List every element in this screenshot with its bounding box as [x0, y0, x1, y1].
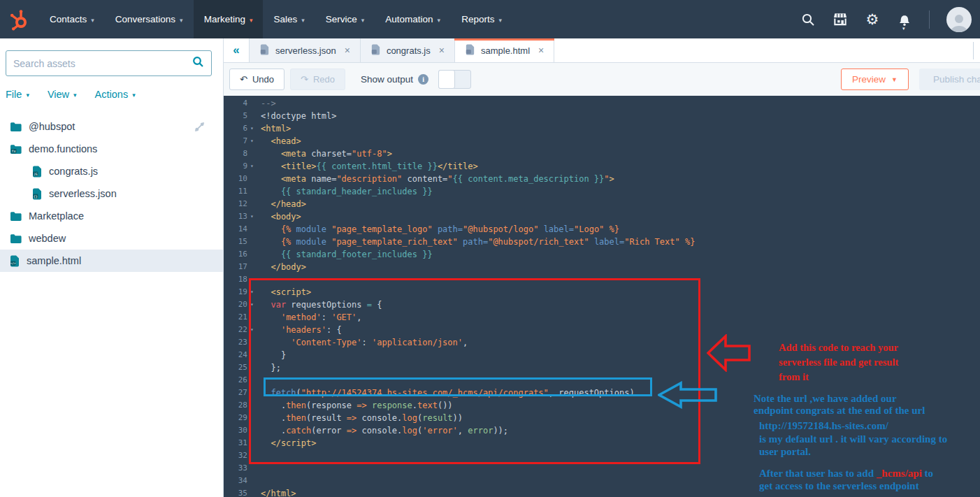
line-number: 18	[224, 273, 247, 286]
code-line: 19▾ <script>	[224, 286, 980, 298]
tab-serverless-json[interactable]: serverless.json×	[249, 38, 361, 62]
code-line: 29 .then(result => console.log(result))	[224, 412, 980, 424]
undo-button[interactable]: ↶ Undo	[229, 69, 284, 90]
collapse-sidebar-icon[interactable]: «	[224, 38, 249, 62]
folder-icon	[10, 122, 22, 132]
chevron-down-icon: ▼	[891, 76, 898, 83]
tree-item-serverless-json[interactable]: {}serverless.json	[0, 182, 223, 205]
show-output-toggle[interactable]	[438, 70, 471, 89]
fold-gutter	[247, 311, 257, 324]
fold-gutter	[247, 198, 257, 210]
line-number: 35	[224, 487, 247, 497]
code-line: 10 <meta name="description" content="{{ …	[224, 173, 980, 185]
code-line: 14 {% module "page_template_logo" path="…	[224, 223, 980, 236]
info-icon[interactable]: i	[418, 74, 428, 85]
line-number: 16	[224, 248, 247, 261]
nav-divider	[929, 10, 930, 29]
tab-sample-html[interactable]: sample.html×	[455, 38, 554, 62]
avatar[interactable]	[946, 7, 972, 32]
nav-item-label: Conversations	[115, 14, 175, 24]
tree-item-marketplace[interactable]: Marketplace	[0, 205, 223, 227]
close-icon[interactable]: ×	[535, 45, 544, 56]
nav-item-conversations[interactable]: Conversations▾	[105, 0, 194, 38]
file-js-icon: JS	[32, 166, 42, 178]
tree-item-demo-functions[interactable]: fxdemo.functions	[0, 138, 223, 160]
settings-icon[interactable]: ⚙	[865, 12, 880, 27]
code-editor[interactable]: 4-->5<!doctype html>6▾<html>7▾ <head>8 <…	[224, 96, 980, 497]
line-number: 31	[224, 437, 247, 449]
code-text: .then(result => console.log(result))	[261, 412, 463, 424]
tree-item-webdew[interactable]: webdew	[0, 227, 223, 250]
file-icon	[465, 44, 475, 57]
chevron-down-icon: ▾	[301, 15, 305, 24]
nav-item-service[interactable]: Service▾	[315, 0, 375, 38]
fold-gutter	[247, 387, 257, 399]
code-text: -->	[261, 97, 276, 110]
fold-arrow-icon: ▾	[247, 160, 257, 173]
line-number: 22	[224, 324, 247, 336]
marketplace-icon[interactable]	[833, 12, 848, 27]
fold-arrow-icon: ▾	[247, 135, 257, 147]
redo-button[interactable]: ↷ Redo	[290, 69, 345, 90]
file-icon	[370, 44, 381, 57]
line-number: 14	[224, 223, 247, 236]
fold-arrow-icon: ▾	[247, 324, 257, 336]
tab-congrats-js[interactable]: congrats.js×	[361, 38, 455, 62]
code-line: 18	[224, 273, 980, 286]
code-line: 21 'method': 'GET',	[224, 311, 980, 324]
line-number: 5	[224, 110, 247, 122]
code-line: 12 </head>	[224, 198, 980, 210]
menu-view[interactable]: View▾	[48, 89, 77, 100]
chevron-down-icon: ▾	[73, 90, 77, 99]
code-text: </head>	[261, 198, 306, 210]
line-number: 15	[224, 236, 247, 248]
line-number: 17	[224, 261, 247, 273]
tree-item-label: Marketplace	[29, 210, 84, 222]
preview-button[interactable]: Preview ▼	[841, 69, 909, 90]
nav-item-automation[interactable]: Automation▾	[375, 0, 451, 38]
file-json-icon: {}	[32, 188, 42, 200]
tree-item-sample-html[interactable]: </>sample.html	[0, 250, 223, 272]
nav-item-contacts[interactable]: Contacts▾	[39, 0, 105, 38]
code-line: 22▾ 'headers': {	[224, 324, 980, 336]
line-number: 10	[224, 173, 247, 185]
code-text: <!doctype html>	[261, 110, 336, 122]
hubspot-logo[interactable]	[0, 0, 39, 38]
fold-arrow-icon: ▾	[247, 122, 257, 135]
tab-label: congrats.js	[387, 45, 431, 56]
line-number: 6	[224, 122, 247, 135]
close-icon[interactable]: ×	[436, 45, 445, 56]
search-icon[interactable]	[192, 56, 211, 71]
code-line: 34	[224, 475, 980, 487]
nav-item-sales[interactable]: Sales▾	[263, 0, 315, 38]
tree-item-congrats-js[interactable]: JScongrats.js	[0, 160, 223, 182]
fold-gutter	[247, 97, 257, 110]
menu-actions[interactable]: Actions▾	[95, 89, 136, 100]
code-line: 31 </script>	[224, 437, 980, 449]
close-icon[interactable]: ×	[342, 45, 350, 56]
publish-changes-button[interactable]: Publish changes	[919, 69, 980, 90]
nav-item-label: Marketing	[204, 14, 245, 24]
line-number: 26	[224, 374, 247, 387]
line-number: 8	[224, 147, 247, 160]
folder-icon	[10, 211, 22, 222]
no-edit-icon	[193, 120, 206, 134]
search-icon[interactable]	[800, 12, 816, 27]
tabbar-divider	[973, 42, 974, 59]
code-line: 28 .then(response => response.text())	[224, 399, 980, 412]
code-line: 17 </body>	[224, 261, 980, 273]
nav-item-reports[interactable]: Reports▾	[451, 0, 512, 38]
tree-item--hubspot[interactable]: @hubspot	[0, 115, 223, 138]
nav-item-label: Sales	[273, 14, 297, 24]
code-line: 8 <meta charset="utf-8">	[224, 147, 980, 160]
search-assets-input[interactable]	[6, 58, 192, 69]
code-line: 35</html>	[224, 487, 980, 497]
fold-gutter	[247, 475, 257, 487]
file-icon	[259, 44, 270, 57]
fold-arrow-icon: ▾	[247, 298, 257, 311]
line-number: 32	[224, 449, 247, 462]
notifications-icon[interactable]: ▾	[897, 12, 912, 27]
nav-item-marketing[interactable]: Marketing▾	[194, 0, 264, 38]
menu-file[interactable]: File▾	[6, 89, 29, 100]
chevron-down-icon: ▾	[361, 15, 365, 24]
